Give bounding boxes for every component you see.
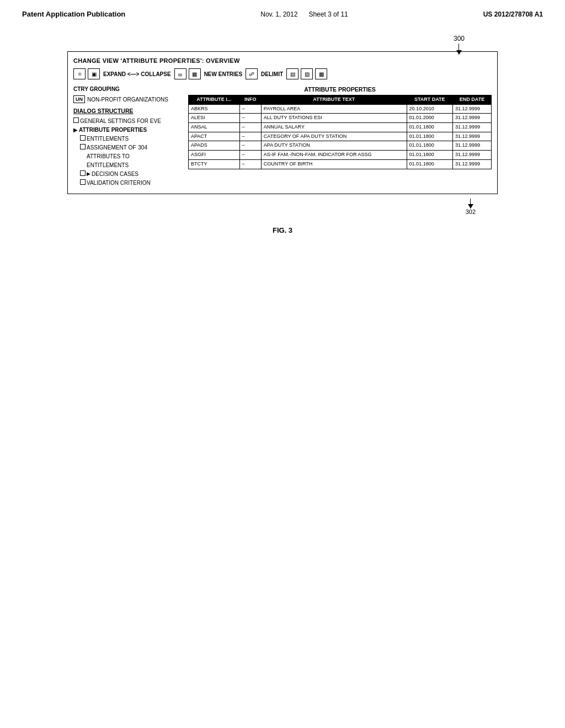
toolbar-export-btn[interactable]: ▤ [286,68,299,79]
grid-icon: ▦ [192,71,197,77]
table-row: ABKRS–PAYROLL AREA20.10.201031.12.9999 [189,104,492,114]
toolbar-overview-btn[interactable]: ▩ [315,68,327,79]
table-row: ALESI–ALL DUTY STATIONS ESI01.01.200031.… [189,114,492,123]
tree-text-entitlements-sub: ENTITLEMENTS [87,162,129,169]
col-info: INFO [239,95,261,105]
table-row: APACT–CATEGORY OF APA DUTY STATION01.01.… [189,132,492,141]
header-right: US 2012/278708 A1 [483,10,543,18]
cell-info-5: – [239,151,261,160]
cell-end-6: 31.12.9999 [452,159,491,169]
ref-302-label: 302 [466,208,476,215]
attr-table: ATTRIBUTE I... INFO ATTRIBUTE TEXT START… [188,95,492,169]
tree-item-entitlements: ENTITLEMENTS [80,135,184,143]
attr-table-header-row: ATTRIBUTE I... INFO ATTRIBUTE TEXT START… [189,95,492,105]
tree-text-validation: VALIDATION CRITERION [87,179,151,187]
delimit-label: DELIMIT [261,71,283,77]
toolbar-bookmark-btn[interactable]: ☍ [246,68,258,79]
expand-collapse-label: EXPAND <—> COLLAPSE [103,71,171,77]
toolbar-grid-btn[interactable]: ▦ [189,68,201,79]
tree-item-attr-props: ▶ ATTRIBUTE PROPERTIES [73,126,184,134]
tree-text-decision: DECISION CASES [92,170,138,178]
tree-item-general: GENERAL SETTINGS FOR EVE [73,117,184,125]
tree-text-assignment: ASSIGNEMENT OF [87,144,136,152]
header-left: Patent Application Publication [22,10,125,18]
attr-properties-header: ATTRIBUTE PROPERTIES [188,86,492,93]
dialog-structure: DIALOG STRUCTURE GENERAL SETTINGS FOR EV… [73,108,184,187]
toolbar-table-btn[interactable]: ⚌ [174,68,186,79]
cell-start-3: 01.01.1800 [407,132,452,141]
fig-label: FIG. 3 [67,226,498,234]
arrow-icon-decision: ▶ [87,170,90,178]
cell-attr-1: ALESI [189,114,240,123]
tree-text-entitlements: ENTITLEMENTS [87,135,129,143]
cell-info-2: – [239,123,261,132]
page-header: Patent Application Publication Nov. 1, 2… [0,0,565,24]
ref-302-arrow: 302 [466,199,476,215]
toolbar-view-btn[interactable]: ▣ [88,68,100,79]
cell-attr-2: ANSAL [189,123,240,132]
un-badge: UN [73,95,85,103]
left-panel: CTRY GROUPING UN NON-PROFIT ORGANIZATION… [73,86,184,188]
cell-start-5: 01.01.1800 [407,151,452,160]
tree-text-attributes-to: ATTRIBUTES TO [87,153,130,160]
cell-info-0: – [239,104,261,114]
header-center: Nov. 1, 2012 Sheet 3 of 11 [260,10,348,18]
header-date: Nov. 1, 2012 [260,10,297,18]
dialog-structure-title: DIALOG STRUCTURE [73,108,184,114]
cell-text-5: AS-IF FAM.-/NON-FAM. INDICATOR FOR ASSG [261,151,407,160]
cell-text-2: ANNUAL SALARY [261,123,407,132]
table-icon: ⚌ [178,71,183,77]
ref-300-label: 300 [454,35,465,42]
col-end-date: END DATE [452,95,491,105]
tree-item-validation: VALIDATION CRITERION [80,179,184,187]
col-start-date: START DATE [407,95,452,105]
outer-box: CHANGE VIEW 'ATTRIBUTE PROPERTIES': OVER… [67,51,498,194]
overview-icon: ▩ [319,71,324,77]
new-entries-label: NEW ENTRIES [204,71,242,77]
export-icon: ▤ [290,71,295,77]
cell-text-6: COUNTRY OF BIRTH [261,159,407,169]
table-row: APADS–APA DUTY STATION01.01.180031.12.99… [189,141,492,151]
cell-end-2: 31.12.9999 [452,123,491,132]
view-icon: ▣ [92,71,97,77]
main-content: 300 CHANGE VIEW 'ATTRIBUTE PROPERTIES': … [0,24,565,245]
ref-302-container: 302 [67,199,498,215]
cell-info-4: – [239,141,261,151]
detail-icon: ▨ [305,71,310,77]
cell-text-3: CATEGORY OF APA DUTY STATION [261,132,407,141]
ref-302-line [470,199,471,208]
toolbar-detail-btn[interactable]: ▨ [301,68,313,79]
cell-text-4: APA DUTY STATION [261,141,407,151]
ctry-grouping-label: CTRY GROUPING [73,86,120,92]
tree-item-assignment: ASSIGNEMENT OF 304 [80,144,184,152]
toolbar: ⚛ ▣ EXPAND <—> COLLAPSE ⚌ ▦ NEW ENTRIES [73,68,492,79]
cell-start-0: 20.10.2010 [407,104,452,114]
ctry-grouping: CTRY GROUPING [73,86,184,92]
ref-304-label: 304 [138,144,147,152]
toolbar-settings-btn[interactable]: ⚛ [73,68,86,79]
right-panel: ATTRIBUTE PROPERTIES ATTRIBUTE I... INFO… [188,86,492,188]
table-row: BTCTY–COUNTRY OF BIRTH01.01.180031.12.99… [189,159,492,169]
header-sheet: Sheet 3 of 11 [308,10,348,18]
cell-attr-4: APADS [189,141,240,151]
inner-layout: CTRY GROUPING UN NON-PROFIT ORGANIZATION… [73,86,492,188]
cell-start-4: 01.01.1800 [407,141,452,151]
tree-text-attr-props: ATTRIBUTE PROPERTIES [79,126,147,134]
cell-end-0: 31.12.9999 [452,104,491,114]
table-row: ASGFI–AS-IF FAM.-/NON-FAM. INDICATOR FOR… [189,151,492,160]
checkbox-icon-entitlements [80,135,86,141]
settings-icon: ⚛ [77,71,82,77]
cell-attr-0: ABKRS [189,104,240,114]
tree-item-decision: ▶ DECISION CASES [80,170,184,178]
checkbox-icon-validation [80,179,86,185]
un-profit-row: UN NON-PROFIT ORGANIZATIONS [73,95,184,103]
cell-text-1: ALL DUTY STATIONS ESI [261,114,407,123]
cell-attr-3: APACT [189,132,240,141]
cell-end-1: 31.12.9999 [452,114,491,123]
outer-box-title: CHANGE VIEW 'ATTRIBUTE PROPERTIES': OVER… [73,57,492,64]
cell-info-3: – [239,132,261,141]
cell-end-5: 31.12.9999 [452,151,491,160]
arrow-icon-attr: ▶ [73,126,78,134]
col-attribute-id: ATTRIBUTE I... [189,95,240,105]
checkbox-icon-decision [80,170,86,176]
